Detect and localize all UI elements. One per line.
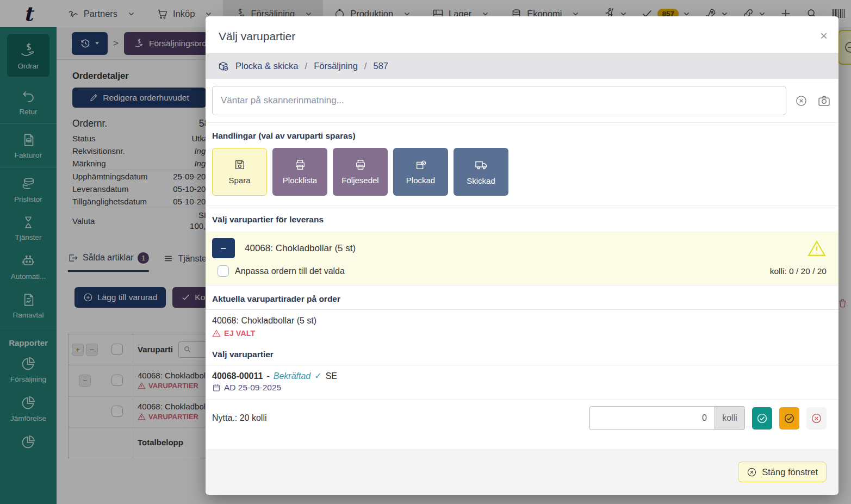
- close-icon[interactable]: ×: [820, 29, 828, 42]
- clear-scanner-icon[interactable]: [794, 94, 809, 108]
- quantity-label: Nytta.: 20 kolli: [212, 413, 589, 423]
- quantity-input[interactable]: [589, 406, 715, 430]
- breadcrumb-plocka-skicka[interactable]: Plocka & skicka: [235, 61, 299, 71]
- actions-heading: Handlingar (val av varuparti sparas): [206, 122, 838, 147]
- lot-date: AD 25-09-2025: [224, 383, 281, 393]
- delivery-note-button[interactable]: Följesedel: [333, 148, 388, 196]
- printer-icon: [294, 159, 306, 171]
- confirm-quantity-button[interactable]: [752, 407, 772, 430]
- warning-triangle-icon: [807, 239, 827, 258]
- floppy-icon: [234, 159, 246, 171]
- clear-quantity-button[interactable]: [806, 407, 827, 430]
- adapt-order-label: Anpassa ordern till det valda: [235, 266, 764, 276]
- box-check-icon: [415, 159, 427, 171]
- valj-varupartier-modal: Välj varupartier × Plocka & skicka / För…: [206, 16, 838, 495]
- delivery-heading: Välj varupartier för leverans: [206, 206, 838, 231]
- save-button[interactable]: Spara: [212, 148, 267, 196]
- quantity-input-group: kolli: [589, 406, 745, 430]
- lot-country: SE: [326, 371, 337, 381]
- delivery-item-label: 40068: Chokladbollar (5 st): [245, 243, 797, 254]
- breadcrumb-separator: /: [305, 61, 308, 71]
- box-check-icon: [218, 60, 229, 72]
- shipped-button[interactable]: Skickad: [454, 148, 508, 196]
- lot-separator: -: [266, 371, 269, 381]
- not-selected-warning: EJ VALT: [206, 327, 838, 343]
- quantity-row: Nytta.: 20 kolli kolli: [206, 399, 838, 437]
- warning-triangle-icon: [212, 329, 221, 338]
- kolli-status: kolli: 0 / 20 / 20: [770, 266, 827, 276]
- quantity-unit: kolli: [715, 406, 745, 430]
- lot-row: 40068-00011 - Bekräftad ✓ SE: [206, 365, 838, 381]
- action-buttons: Spara Plocklista Följesedel Plockad Skic…: [206, 147, 838, 206]
- collapse-delivery-item-button[interactable]: [212, 238, 235, 258]
- scanner-input[interactable]: [212, 86, 786, 115]
- breadcrumb-order-587[interactable]: 587: [373, 61, 388, 71]
- lot-id: 40068-00011: [212, 371, 263, 381]
- breadcrumb-forsaljning[interactable]: Försäljning: [314, 61, 358, 71]
- scanner-row: [206, 79, 838, 122]
- adapt-order-checkbox[interactable]: [218, 265, 229, 277]
- lot-status: Bekräftad: [274, 371, 310, 381]
- calendar-icon: [212, 383, 221, 392]
- modal-footer: Stäng fönstret: [206, 449, 838, 495]
- modal-title: Välj varupartier: [219, 30, 825, 43]
- truck-icon: [475, 158, 488, 171]
- breadcrumb-separator: /: [364, 61, 367, 71]
- picked-button[interactable]: Plockad: [393, 148, 448, 196]
- confirm-all-quantity-button[interactable]: [779, 407, 799, 430]
- camera-icon[interactable]: [816, 93, 832, 109]
- current-item-label: 40068: Chokladbollar (5 st): [206, 310, 838, 327]
- printer-icon: [355, 159, 367, 171]
- select-lots-heading: Välj varupartier: [206, 343, 838, 365]
- modal-header: Välj varupartier ×: [206, 16, 838, 53]
- lot-confirmed-check-icon: ✓: [314, 371, 321, 381]
- pick-list-button[interactable]: Plocklista: [272, 148, 327, 196]
- x-circle-icon: [747, 467, 757, 477]
- current-rows-heading: Aktuella varupartirader på order: [206, 285, 838, 309]
- app-root: t Partners Inköp Försäljning Produktion …: [0, 0, 851, 504]
- lot-date-row: AD 25-09-2025: [206, 381, 838, 399]
- close-window-button[interactable]: Stäng fönstret: [738, 462, 827, 482]
- delivery-selection-block: 40068: Chokladbollar (5 st) Anpassa orde…: [206, 231, 838, 285]
- modal-breadcrumb: Plocka & skicka / Försäljning / 587: [206, 53, 838, 79]
